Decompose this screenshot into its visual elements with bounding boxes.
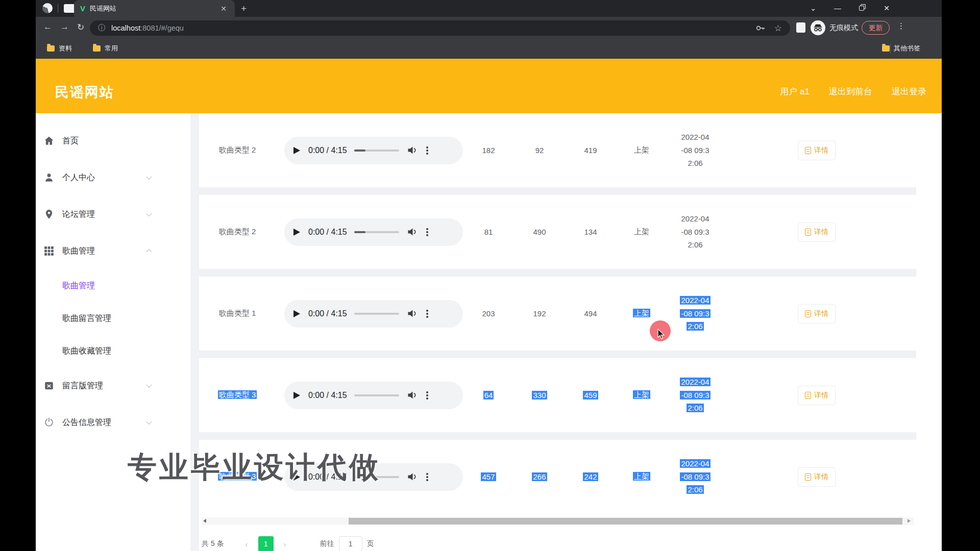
stat-cell: 242	[565, 472, 616, 481]
bookmark-folder-changyong[interactable]: 常用	[93, 44, 118, 53]
window-close-button[interactable]: ✕	[879, 0, 894, 17]
vue-favicon-icon: V	[80, 4, 85, 13]
next-page-icon[interactable]: ›	[277, 540, 293, 548]
document-icon	[805, 473, 811, 481]
reload-button[interactable]: ↻	[77, 22, 84, 33]
song-type-cell: 歌曲类型 2	[199, 144, 276, 157]
bookmarks-bar: 资料 常用 其他书签	[36, 39, 942, 59]
browser-logo-icon[interactable]	[42, 3, 53, 13]
tab-strip: V 民谣网站 ✕ + ⌄ — ✕	[36, 0, 942, 17]
date-cell: 2022-04-08 09:32:06	[667, 294, 723, 333]
audio-menu-icon[interactable]	[426, 313, 428, 315]
update-button[interactable]: 更新	[862, 21, 890, 35]
volume-icon[interactable]	[407, 146, 417, 155]
audio-menu-icon[interactable]	[426, 394, 428, 396]
chevron-down-icon	[146, 419, 152, 424]
sidebar-item-song-mgmt[interactable]: 歌曲管理	[36, 233, 190, 269]
new-tab-button[interactable]: +	[241, 2, 247, 15]
back-button[interactable]: ←	[43, 22, 52, 32]
sidebar-subitem-song-favorite-mgmt[interactable]: 歌曲收藏管理	[36, 335, 190, 367]
horizontal-scrollbar[interactable]	[202, 517, 914, 525]
sidebar-item-personal-center[interactable]: 个人中心	[36, 159, 190, 196]
document-icon	[805, 310, 811, 317]
window-restore-button[interactable]	[854, 0, 869, 17]
audio-player-cell: 0:00 / 4:15	[284, 137, 463, 164]
pinned-tab-icon[interactable]	[64, 4, 75, 13]
detail-button[interactable]: 详情	[798, 141, 836, 160]
audio-progress-bar[interactable]	[354, 313, 399, 315]
address-bar[interactable]: ⓘ localhost :8081/#/gequ ☆	[90, 20, 790, 36]
audio-player[interactable]: 0:00 / 4:15	[284, 382, 463, 409]
bookmark-star-icon[interactable]: ☆	[774, 23, 782, 34]
play-icon[interactable]	[293, 392, 300, 399]
detail-button[interactable]: 详情	[798, 304, 836, 323]
sidebar-item-label: 个人中心	[62, 172, 95, 183]
forward-button[interactable]: →	[60, 22, 69, 32]
date-cell: 2022-04-08 09:32:06	[667, 212, 723, 252]
scroll-right-icon[interactable]	[908, 519, 911, 523]
chevron-down-icon	[146, 382, 152, 388]
volume-icon[interactable]	[407, 472, 417, 481]
scroll-left-icon[interactable]	[203, 519, 206, 523]
volume-icon[interactable]	[407, 228, 417, 236]
page-number-button[interactable]: 1	[258, 536, 274, 551]
header-link-user[interactable]: 用户 a1	[780, 86, 810, 97]
other-bookmarks-button[interactable]: 其他书签	[882, 44, 920, 53]
sidebar-item-home[interactable]: 首页	[36, 122, 190, 159]
sidebar-subitem-song-mgmt[interactable]: 歌曲管理	[36, 269, 190, 302]
window-minimize-button[interactable]: —	[830, 0, 845, 17]
audio-menu-icon[interactable]	[426, 149, 428, 152]
active-tab[interactable]: V 民谣网站 ✕	[74, 0, 235, 17]
site-header: 民谣网站 用户 a1 退出到前台 退出登录	[36, 59, 942, 113]
side-panel-icon[interactable]	[796, 22, 805, 33]
header-link-logout[interactable]: 退出登录	[892, 86, 926, 97]
screen: V 民谣网站 ✕ + ⌄ — ✕ ← → ↻ ⓘ localhost :8081…	[0, 0, 980, 551]
tab-title: 民谣网站	[90, 4, 218, 13]
incognito-avatar-icon[interactable]	[811, 20, 825, 35]
sidebar-item-message-board-mgmt[interactable]: 留言版管理	[36, 367, 190, 404]
date-cell: 2022-04-08 09:32:06	[667, 375, 723, 415]
audio-menu-icon[interactable]	[426, 476, 428, 478]
password-key-icon[interactable]	[756, 25, 765, 31]
play-icon[interactable]	[293, 310, 300, 317]
volume-icon[interactable]	[407, 309, 417, 318]
sidebar-item-forum-mgmt[interactable]: 论坛管理	[36, 196, 190, 233]
goto-page-input[interactable]	[339, 536, 362, 551]
detail-button[interactable]: 详情	[798, 386, 836, 405]
audio-progress-bar[interactable]	[354, 394, 399, 396]
prev-page-icon[interactable]: ‹	[238, 540, 255, 548]
audio-player[interactable]: 0:00 / 4:15	[284, 137, 463, 164]
site-info-icon[interactable]: ⓘ	[98, 23, 105, 33]
url-host: localhost	[111, 24, 140, 32]
folder-icon	[882, 45, 890, 52]
detail-button[interactable]: 详情	[798, 222, 836, 242]
grid-icon	[44, 246, 54, 256]
audio-player-cell: 0:00 / 4:15	[284, 300, 463, 328]
scrollbar-thumb[interactable]	[349, 518, 902, 524]
audio-player[interactable]: 0:00 / 4:15	[284, 300, 463, 328]
chevron-down-icon	[146, 174, 152, 180]
play-icon[interactable]	[293, 229, 300, 236]
sidebar-subitem-song-comment-mgmt[interactable]: 歌曲留言管理	[36, 302, 190, 335]
row-gap	[199, 269, 916, 277]
tab-close-icon[interactable]: ✕	[218, 5, 229, 13]
goto-label: 前往	[320, 539, 334, 548]
audio-progress-bar[interactable]	[354, 231, 399, 233]
play-icon[interactable]	[293, 147, 300, 154]
window-chevron-button[interactable]: ⌄	[805, 0, 821, 17]
audio-menu-icon[interactable]	[426, 231, 428, 233]
status-cell: 上架	[616, 390, 667, 400]
sidebar-item-announcement-mgmt[interactable]: 公告信息管理	[36, 404, 190, 441]
message-icon	[44, 381, 54, 391]
sidebar-item-label: 留言版管理	[62, 381, 103, 391]
mouse-cursor	[657, 329, 666, 340]
bookmark-folder-ziliao[interactable]: 资料	[47, 44, 72, 53]
sidebar-item-label: 首页	[62, 136, 79, 146]
audio-progress-bar[interactable]	[354, 149, 399, 152]
browser-menu-icon[interactable]: ⋮	[897, 21, 905, 31]
volume-icon[interactable]	[407, 391, 417, 399]
site-logo[interactable]: 民谣网站	[55, 83, 114, 102]
audio-player[interactable]: 0:00 / 4:15	[284, 218, 463, 246]
detail-button[interactable]: 详情	[798, 467, 836, 487]
header-link-back-to-front[interactable]: 退出到前台	[829, 86, 872, 97]
